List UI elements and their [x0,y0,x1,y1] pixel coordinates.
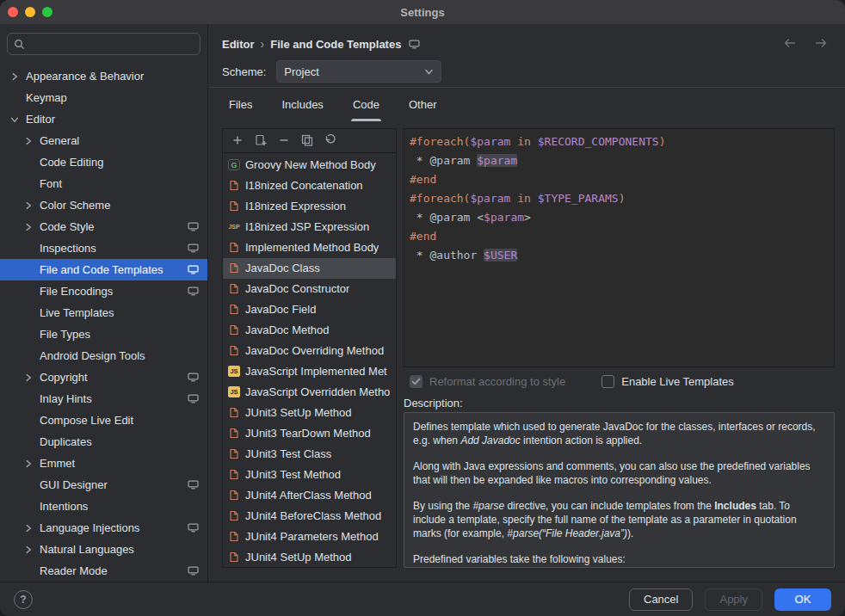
template-list-item[interactable]: JUnit4 BeforeClass Method [223,506,396,527]
sidebar-item-inlay-hints[interactable]: Inlay Hints [0,388,207,410]
template-file-icon [228,242,240,253]
template-list-item[interactable]: JSJavaScript Overridden Metho [223,382,396,403]
template-file-icon [228,469,240,480]
template-list-item[interactable]: JUnit4 AfterClass Method [223,485,396,506]
description-label: Description: [404,397,835,412]
template-editor[interactable]: #foreach($param in $RECORD_COMPONENTS) *… [404,128,835,367]
close-button[interactable] [8,7,18,17]
chevron-right-icon[interactable] [24,459,40,468]
template-list-item[interactable]: GGroovy New Method Body [223,155,396,176]
chevron-right-icon[interactable] [24,137,40,145]
template-file-icon [228,283,240,294]
chevron-right-icon[interactable] [24,223,40,231]
sidebar-item-language-injections[interactable]: Language Injections [0,517,207,539]
template-list-item[interactable]: JUnit3 Test Class [223,444,396,465]
sidebar-item-duplicates[interactable]: Duplicates [0,431,207,453]
apply-button[interactable]: Apply [705,588,762,611]
sidebar-item-reader-mode[interactable]: Reader Mode [0,560,207,582]
description-box[interactable]: Defines template which used to generate … [404,412,835,568]
reset-template-button[interactable] [324,133,337,147]
back-button[interactable] [783,38,797,51]
sidebar-item-code-editing[interactable]: Code Editing [0,151,207,173]
sidebar-item-compose-live-edit[interactable]: Compose Live Edit [0,410,207,431]
template-file-icon [228,407,240,418]
sidebar-item-label: Duplicates [40,435,199,448]
chevron-right-icon[interactable] [10,72,26,81]
template-list-item[interactable]: JavaDoc Method [223,320,396,341]
sidebar-item-gui-designer[interactable]: GUI Designer [0,474,207,496]
search-input[interactable] [29,38,194,51]
remove-template-button[interactable] [277,133,291,147]
template-file-icon [228,551,240,563]
copy-template-button[interactable] [300,133,314,147]
sidebar-item-emmet[interactable]: Emmet [0,453,207,474]
template-file-icon [228,531,240,542]
sidebar-item-intentions[interactable]: Intentions [0,496,207,517]
sidebar-item-color-scheme[interactable]: Color Scheme [0,194,207,216]
zoom-button[interactable] [42,7,52,17]
sidebar-item-label: Inspections [40,242,188,255]
tab-files[interactable]: Files [227,88,254,120]
template-list-item[interactable]: JavaDoc Overriding Method [223,341,396,361]
screen-badge-icon [188,265,199,274]
tab-other[interactable]: Other [407,88,439,120]
template-list-item[interactable]: JSJavaScript Implemented Met [223,361,396,382]
chevron-right-icon[interactable] [24,201,40,210]
sidebar-item-natural-languages[interactable]: Natural Languages [0,539,207,560]
sidebar-item-live-templates[interactable]: Live Templates [0,302,207,323]
template-list-item[interactable]: JUnit3 Test Method [223,465,396,485]
tab-includes[interactable]: Includes [280,88,324,120]
sidebar-item-appearance-behavior[interactable]: Appearance & Behavior [0,65,207,87]
sidebar-item-copyright[interactable]: Copyright [0,367,207,388]
template-list-item[interactable]: JavaDoc Constructor [223,279,396,299]
sidebar-item-file-types[interactable]: File Types [0,323,207,345]
tabs: FilesIncludesCodeOther [222,88,835,120]
breadcrumb-item-editor[interactable]: Editor [222,38,255,51]
tab-code[interactable]: Code [351,88,381,120]
template-list-item[interactable]: Implemented Method Body [223,237,396,258]
sidebar-item-editor[interactable]: Editor [0,108,207,130]
chevron-right-icon[interactable] [24,373,40,382]
screen-badge-icon [188,480,199,490]
template-list-item[interactable]: JavaDoc Field [223,299,396,320]
template-list-item[interactable]: JUnit3 TearDown Method [223,423,396,444]
sidebar-item-code-style[interactable]: Code Style [0,216,207,237]
template-list-item[interactable]: I18nized Concatenation [223,176,396,196]
chevron-right-icon[interactable] [24,524,40,533]
sidebar-item-file-encodings[interactable]: File Encodings [0,280,207,302]
template-list-item[interactable]: JUnit4 SetUp Method [223,547,396,567]
back-arrow-icon [783,38,797,51]
scheme-row: Scheme: Project [222,56,835,88]
template-list-item[interactable]: JUnit3 SetUp Method [223,403,396,423]
sidebar-item-label: Code Editing [40,156,199,169]
sidebar-item-general[interactable]: General [0,130,207,151]
template-list-item[interactable]: JUnit4 Parameters Method [223,527,396,547]
chevron-right-icon[interactable] [24,545,40,554]
forward-button[interactable] [814,38,828,51]
chevron-down-icon[interactable] [10,115,26,124]
cancel-button[interactable]: Cancel [629,588,693,611]
sidebar-item-font[interactable]: Font [0,173,207,194]
search-field[interactable] [7,33,200,55]
sidebar-item-android-design-tools[interactable]: Android Design Tools [0,345,207,367]
sidebar-item-file-and-code-templates[interactable]: File and Code Templates [0,259,207,280]
panels: GGroovy New Method BodyI18nized Concaten… [222,128,835,568]
reformat-checkbox[interactable] [410,375,422,388]
template-list-item[interactable]: JavaDoc Class [223,258,396,279]
sidebar-item-inspections[interactable]: Inspections [0,237,207,259]
template-list-item[interactable]: JSPI18nized JSP Expression [223,217,396,237]
groovy-file-icon: G [228,159,240,170]
ok-button[interactable]: OK [774,588,831,611]
chevron-down-icon [424,67,434,77]
help-button[interactable]: ? [14,590,33,609]
create-child-template-button[interactable] [254,133,268,147]
scheme-select[interactable]: Project [276,60,441,83]
live-templates-checkbox[interactable] [601,375,614,388]
minimize-button[interactable] [25,7,35,17]
code-line: * @param <$param> [410,208,829,227]
code-line: * @author $USER [410,246,829,265]
add-template-button[interactable] [231,133,244,147]
sidebar-item-keymap[interactable]: Keymap [0,87,207,108]
template-label: JavaDoc Field [245,303,316,316]
template-list-item[interactable]: I18nized Expression [223,196,396,217]
